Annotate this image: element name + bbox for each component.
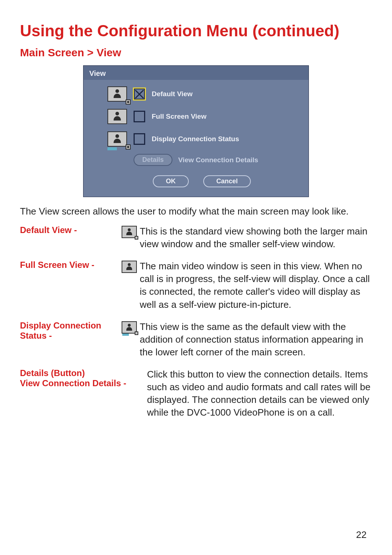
ok-button[interactable]: OK	[153, 175, 189, 187]
full-screen-thumb-icon	[122, 260, 140, 273]
connection-status-checkbox[interactable]	[134, 133, 145, 145]
definition-text: The main video window is seen in this vi…	[140, 260, 372, 311]
definition-label: Full Screen View -	[20, 260, 122, 270]
definition-label: Display Connection Status -	[20, 321, 122, 341]
option-label: Full Screen View	[152, 113, 207, 121]
option-label: Default View	[152, 90, 193, 98]
default-view-thumb-icon	[122, 225, 140, 238]
definition-text: Click this button to view the connection…	[147, 368, 372, 419]
option-display-connection-status: Display Connection Status	[105, 131, 298, 147]
connection-status-icon	[107, 131, 127, 147]
option-full-screen-view: Full Screen View	[105, 109, 298, 124]
details-button[interactable]: Details	[134, 154, 172, 166]
connection-status-thumb-icon	[122, 321, 140, 334]
definition-label: Details (Button) View Connection Details…	[20, 368, 147, 388]
definition-text: This is the standard view showing both t…	[140, 225, 372, 250]
dialog-title: View	[83, 66, 309, 80]
definition-text: This view is the same as the default vie…	[140, 321, 372, 359]
full-screen-checkbox[interactable]	[134, 111, 145, 122]
definition-view-connection-details: Details (Button) View Connection Details…	[20, 368, 372, 419]
option-default-view: Default View	[105, 86, 298, 102]
cancel-button[interactable]: Cancel	[203, 175, 251, 187]
breadcrumb: Main Screen > View	[20, 46, 372, 59]
option-label: Display Connection Status	[152, 135, 239, 143]
page-number: 22	[356, 529, 367, 540]
default-view-icon	[107, 86, 127, 102]
definition-label: Default View -	[20, 225, 122, 235]
intro-text: The View screen allows the user to modif…	[20, 205, 372, 218]
definition-full-screen-view: Full Screen View - The main video window…	[20, 260, 372, 311]
definition-display-connection-status: Display Connection Status - This view is…	[20, 321, 372, 359]
view-dialog: View Default View Full Screen View	[83, 65, 309, 197]
definition-default-view: Default View - This is the standard view…	[20, 225, 372, 250]
full-screen-icon	[107, 109, 127, 124]
default-view-checkbox[interactable]	[134, 88, 145, 100]
view-connection-details-label: View Connection Details	[178, 156, 258, 164]
page-title: Using the Configuration Menu (continued)	[20, 22, 372, 40]
